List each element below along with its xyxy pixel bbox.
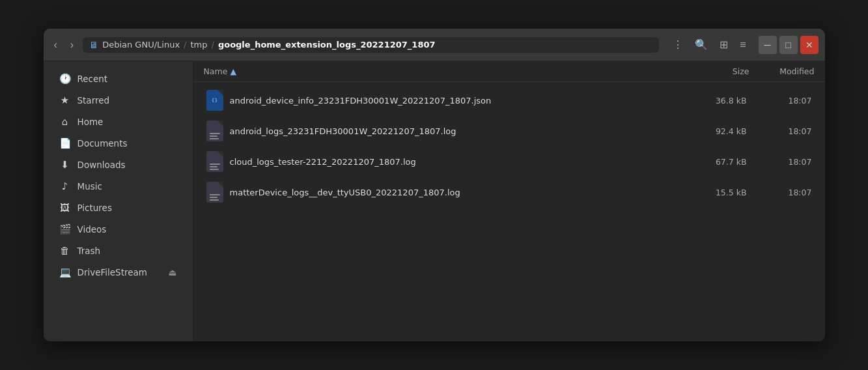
drive-icon: 💻: [59, 266, 71, 278]
log-lines: [210, 164, 220, 170]
sidebar-item-pictures[interactable]: 🖼 Pictures: [48, 197, 189, 218]
sort-arrow-icon: ▲: [230, 66, 236, 76]
eject-icon[interactable]: ⏏: [168, 267, 176, 278]
file-name-cell: matterDevice_logs__dev_ttyUSB0_20221207_…: [206, 182, 682, 203]
file-list: {} android_device_info_23231FDH30001W_20…: [193, 82, 825, 341]
titlebar-actions: ⋮ 🔍 ⊞ ≡: [668, 36, 750, 53]
breadcrumb-sep2: /: [212, 40, 214, 50]
sidebar-item-recent[interactable]: 🕐 Recent: [48, 68, 189, 89]
log-lines: [210, 133, 220, 139]
log-file-icon: [206, 121, 223, 141]
view-list-button[interactable]: ≡: [735, 36, 750, 53]
sidebar-item-home[interactable]: ⌂ Home: [48, 111, 189, 132]
table-row[interactable]: cloud_logs_tester-2212_20221207_1807.log…: [196, 147, 822, 177]
sidebar-label-documents: Documents: [77, 138, 177, 149]
search-button[interactable]: 🔍: [690, 36, 712, 53]
file-name-cell: android_logs_23231FDH30001W_20221207_180…: [206, 121, 682, 141]
sidebar-item-music[interactable]: ♪ Music: [48, 176, 189, 197]
column-name[interactable]: Name ▲: [204, 66, 684, 76]
breadcrumb-sep1: /: [184, 40, 186, 50]
log-line-1: [210, 133, 220, 134]
sidebar-item-downloads[interactable]: ⬇ Downloads: [48, 154, 189, 175]
home-icon: ⌂: [59, 116, 71, 128]
downloads-icon: ⬇: [59, 159, 71, 171]
log-file-icon: [206, 151, 223, 172]
file-name-cell: cloud_logs_tester-2212_20221207_1807.log: [206, 151, 682, 172]
file-size: 92.4 kB: [682, 126, 747, 136]
file-modified: 18:07: [747, 188, 812, 197]
breadcrumb-os[interactable]: Debian GNU/Linux: [102, 40, 180, 50]
table-row[interactable]: android_logs_23231FDH30001W_20221207_180…: [196, 116, 822, 146]
sidebar-label-home: Home: [77, 117, 177, 127]
sidebar-label-videos: Videos: [77, 224, 177, 235]
file-size: 67.7 kB: [682, 157, 747, 167]
sidebar-label-drive: DriveFileStream: [77, 267, 162, 278]
file-modified: 18:07: [747, 157, 812, 167]
starred-icon: ★: [59, 94, 71, 106]
table-row[interactable]: {} android_device_info_23231FDH30001W_20…: [196, 85, 822, 115]
log-line-1: [210, 194, 220, 195]
maximize-button[interactable]: □: [779, 36, 798, 54]
sidebar-label-pictures: Pictures: [77, 203, 177, 213]
videos-icon: 🎬: [59, 223, 71, 235]
log-lines: [210, 194, 220, 201]
file-modified: 18:07: [747, 96, 812, 106]
view-grid-button[interactable]: ⊞: [715, 36, 733, 53]
file-header: Name ▲ Size Modified: [193, 61, 825, 82]
log-line-3: [210, 138, 219, 139]
pictures-icon: 🖼: [59, 202, 71, 214]
file-name: android_logs_23231FDH30001W_20221207_180…: [230, 126, 456, 136]
column-size[interactable]: Size: [684, 66, 749, 76]
minimize-button[interactable]: ─: [759, 36, 777, 54]
sidebar-item-starred[interactable]: ★ Starred: [48, 90, 189, 111]
file-manager-window: ‹ › 🖥 Debian GNU/Linux / tmp / google_ho…: [44, 29, 825, 341]
table-row[interactable]: matterDevice_logs__dev_ttyUSB0_20221207_…: [196, 177, 822, 207]
titlebar: ‹ › 🖥 Debian GNU/Linux / tmp / google_ho…: [44, 29, 825, 61]
main-panel: Name ▲ Size Modified {} android_device_i…: [193, 61, 825, 341]
os-icon: 🖥: [89, 40, 98, 50]
json-file-icon: {}: [206, 90, 223, 111]
sidebar-label-recent: Recent: [77, 74, 177, 84]
sidebar-label-trash: Trash: [77, 246, 177, 256]
file-name: cloud_logs_tester-2212_20221207_1807.log: [230, 157, 416, 167]
file-size: 36.8 kB: [682, 96, 747, 106]
log-line-3: [210, 169, 219, 170]
breadcrumb-current: google_home_extension_logs_20221207_1807: [218, 40, 436, 50]
recent-icon: 🕐: [59, 73, 71, 85]
sidebar: 🕐 Recent ★ Starred ⌂ Home 📄 Documents ⬇ …: [44, 61, 193, 341]
file-size: 15.5 kB: [682, 188, 747, 197]
window-controls: ─ □ ✕: [759, 36, 819, 54]
breadcrumb-tmp[interactable]: tmp: [190, 40, 207, 50]
log-line-1: [210, 164, 220, 165]
music-icon: ♪: [59, 180, 71, 192]
column-name-label: Name: [204, 66, 228, 76]
sidebar-label-starred: Starred: [77, 95, 177, 106]
log-line-2: [210, 197, 218, 198]
sidebar-item-documents[interactable]: 📄 Documents: [48, 133, 189, 154]
documents-icon: 📄: [59, 137, 71, 149]
file-name-cell: {} android_device_info_23231FDH30001W_20…: [206, 90, 682, 111]
forward-button[interactable]: ›: [66, 36, 77, 53]
sidebar-item-videos[interactable]: 🎬 Videos: [48, 219, 189, 240]
breadcrumb: 🖥 Debian GNU/Linux / tmp / google_home_e…: [83, 37, 659, 53]
file-name: matterDevice_logs__dev_ttyUSB0_20221207_…: [230, 188, 460, 197]
content-area: 🕐 Recent ★ Starred ⌂ Home 📄 Documents ⬇ …: [44, 61, 825, 341]
sidebar-item-trash[interactable]: 🗑 Trash: [48, 240, 189, 261]
log-line-2: [210, 166, 218, 167]
sidebar-label-downloads: Downloads: [77, 160, 177, 170]
file-name: android_device_info_23231FDH30001W_20221…: [230, 96, 492, 106]
sidebar-label-music: Music: [77, 181, 177, 192]
close-button[interactable]: ✕: [800, 36, 819, 54]
trash-icon: 🗑: [59, 245, 71, 257]
log-file-icon: [206, 182, 223, 203]
menu-button[interactable]: ⋮: [668, 36, 688, 53]
log-line-3: [210, 199, 219, 201]
file-modified: 18:07: [747, 126, 812, 136]
sidebar-item-drive[interactable]: 💻 DriveFileStream ⏏: [48, 262, 189, 283]
log-line-2: [210, 135, 218, 137]
back-button[interactable]: ‹: [50, 36, 61, 53]
column-modified[interactable]: Modified: [749, 66, 815, 76]
